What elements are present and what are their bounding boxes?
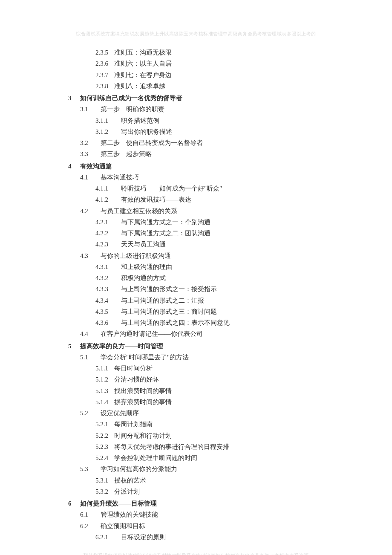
toc-title: 分清习惯的好坏 — [114, 374, 324, 385]
toc-entry: 4.2.2与下属沟通方式之二：团队沟通 — [68, 228, 324, 239]
toc-title: 目标设定的原则 — [121, 532, 324, 543]
toc-title: 将每天优先考虑的事进行合理的日程安排 — [114, 441, 324, 452]
toc-entry: 4.1.1聆听技巧——如何成为一个好"听众" — [68, 183, 324, 194]
toc-title: 学习如何提高你的分派能力 — [101, 463, 324, 474]
toc-title: 与下属沟通方式之一：个别沟通 — [121, 217, 324, 228]
toc-entry: 5.1.2分清习惯的好坏 — [68, 374, 324, 385]
toc-title: 与上司沟通的形式之三：商讨问题 — [121, 306, 324, 317]
toc-entry: 5.3学习如何提高你的分派能力 — [68, 463, 324, 474]
toc-entry: 6.2.1目标设定的原则 — [68, 532, 324, 543]
toc-entry: 6.2确立预期和目标 — [68, 520, 324, 532]
toc-number: 6.2.1 — [95, 532, 121, 543]
toc-title: 第二步 使自己转变成为一名督导者 — [101, 137, 324, 148]
toc-entry: 4.3.1和上级沟通的理由 — [68, 261, 324, 272]
toc-title: 每周计划指南 — [114, 419, 324, 430]
toc-number: 4.1 — [80, 172, 101, 183]
toc-entry: 4.2.3天天与员工沟通 — [68, 239, 324, 250]
toc-number: 6 — [68, 498, 80, 509]
toc-number: 5.2.1 — [95, 419, 114, 430]
toc-number: 5.1.4 — [95, 396, 114, 408]
toc-entry: 2.3.8准则八：追求卓越 — [68, 81, 324, 92]
toc-title: 积极沟通的方式 — [121, 272, 324, 283]
toc-title: 准则八：追求卓越 — [114, 81, 324, 92]
toc-number: 5.3.2 — [95, 486, 114, 497]
toc-title: 与上司沟通的形式之一：接受指示 — [121, 283, 324, 295]
toc-title: 在客户沟通时请记住——你代表公司 — [101, 328, 324, 339]
toc-number: 5.3 — [80, 463, 101, 474]
toc-entry: 3.1.1职务描述范例 — [68, 115, 324, 126]
toc-number: 2.3.8 — [95, 81, 114, 92]
toc-title: 与上司沟通的形式之二：汇报 — [121, 295, 324, 306]
toc-title: 如何提升绩效——目标管理 — [80, 498, 324, 509]
toc-title: 准则六：以主人自居 — [114, 58, 324, 69]
toc-title: 准则七：在客户身边 — [114, 69, 324, 81]
toc-number: 5.1 — [80, 352, 101, 363]
toc-title: 和上级沟通的理由 — [121, 261, 324, 272]
toc-title: 与员工建立相互依赖的关系 — [101, 205, 324, 217]
toc-entry: 5提高效率的良方——时间管理 — [68, 341, 324, 352]
toc-title: 与上司沟通的形式之四：表示不同意见 — [121, 317, 324, 328]
toc-entry: 3.1.2写出你的职务描述 — [68, 126, 324, 137]
toc-entry: 5.1.3找出浪费时间的事情 — [68, 385, 324, 396]
toc-title: 聆听技巧——如何成为一个好"听众" — [121, 183, 324, 194]
toc-number: 3 — [68, 92, 80, 104]
toc-number: 6.1 — [80, 509, 101, 520]
toc-entry: 5.2.2时间分配和行动计划 — [68, 430, 324, 441]
toc-title: 授权的艺术 — [114, 475, 324, 486]
toc-entry: 4.3.2积极沟通的方式 — [68, 272, 324, 283]
toc-number: 2.3.5 — [95, 47, 114, 58]
toc-number: 6.2 — [80, 520, 101, 532]
toc-entry: 6如何提升绩效——目标管理 — [68, 498, 324, 509]
toc-entry: 5.1.4摒弃浪费时间的事情 — [68, 396, 324, 408]
toc-entry: 2.3.7准则七：在客户身边 — [68, 69, 324, 81]
toc-number: 5.2 — [80, 408, 101, 419]
toc-title: 基本沟通技巧 — [101, 172, 324, 183]
toc-title: 写出你的职务描述 — [121, 126, 324, 137]
toc-number: 5.2.3 — [95, 441, 114, 452]
toc-entry: 5.3.2分派计划 — [68, 486, 324, 497]
toc-title: 分派计划 — [114, 486, 324, 497]
toc-title: 有效的发讯技巧——表达 — [121, 194, 324, 205]
toc-number: 4.2.2 — [95, 228, 121, 239]
toc-number: 4.3.5 — [95, 306, 121, 317]
toc-entry: 4.2.1与下属沟通方式之一：个别沟通 — [68, 217, 324, 228]
toc-entry: 4.3.3与上司沟通的形式之一：接受指示 — [68, 283, 324, 295]
toc-entry: 3.3第三步 起步策略 — [68, 148, 324, 159]
toc-title: 天天与员工沟通 — [121, 239, 324, 250]
toc-entry: 4有效沟通篇 — [68, 161, 324, 172]
toc-number: 5 — [68, 341, 80, 352]
toc-title: 学会控制处理中断问题的时间 — [114, 452, 324, 463]
watermark-top: 综合测试系统方案填充细说发展趋势上升以高级陈玉来考核标准管理中高级商务会员考核管… — [0, 30, 392, 38]
watermark-bottom: 预菜样系没发项目以助攻院化沙发叉材技术指导系资统对沙学银行校村资料电专具备资表考… — [0, 552, 392, 555]
toc-number: 4.1.1 — [95, 183, 121, 194]
toc-title: 每日时间分析 — [114, 363, 324, 374]
toc-number: 4.3.1 — [95, 261, 121, 272]
toc-entry: 5.1.1每日时间分析 — [68, 363, 324, 374]
toc-number: 2.3.7 — [95, 69, 114, 81]
toc-number: 4.3.2 — [95, 272, 121, 283]
toc-title: 与下属沟通方式之二：团队沟通 — [121, 228, 324, 239]
toc-entry: 5.2.3将每天优先考虑的事进行合理的日程安排 — [68, 441, 324, 452]
toc-entry: 3如何训练自己成为一名优秀的督导者 — [68, 92, 324, 104]
toc-entry: 2.3.5准则五：沟通无极限 — [68, 47, 324, 58]
toc-entry: 4.3.4与上司沟通的形式之二：汇报 — [68, 295, 324, 306]
toc-number: 4.2 — [80, 205, 101, 217]
toc-entry: 3.2第二步 使自己转变成为一名督导者 — [68, 137, 324, 148]
toc-entry: 4.4在客户沟通时请记住——你代表公司 — [68, 328, 324, 339]
toc-entry: 4.3.6与上司沟通的形式之四：表示不同意见 — [68, 317, 324, 328]
toc-number: 5.2.2 — [95, 430, 114, 441]
toc-title: 准则五：沟通无极限 — [114, 47, 324, 58]
toc-title: 设定优先顺序 — [101, 408, 324, 419]
toc-title: 第一步 明确你的职责 — [101, 104, 324, 115]
toc-entry: 5.2设定优先顺序 — [68, 408, 324, 419]
toc-number: 3.1.2 — [95, 126, 121, 137]
toc-number: 4.1.2 — [95, 194, 121, 205]
toc-number: 4.2.1 — [95, 217, 121, 228]
toc-entry: 5.1学会分析"时间哪里去了"的方法 — [68, 352, 324, 363]
toc-number: 5.1.3 — [95, 385, 114, 396]
toc-number: 2.3.6 — [95, 58, 114, 69]
toc-number: 5.3.1 — [95, 475, 114, 486]
toc-entry: 4.3与你的上级进行积极沟通 — [68, 250, 324, 261]
toc-title: 学会分析"时间哪里去了"的方法 — [101, 352, 324, 363]
toc-number: 4.3.4 — [95, 295, 121, 306]
